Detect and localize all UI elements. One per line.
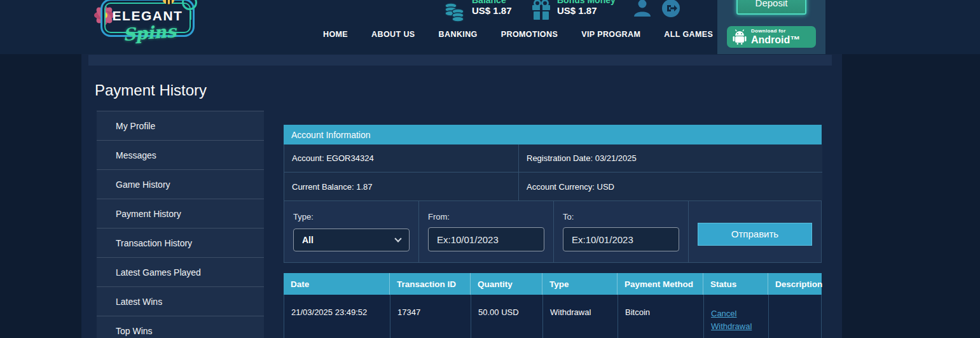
top-header: ELEGANT Spins Balance US$ 1.87 <box>0 0 980 54</box>
to-label: To: <box>563 212 679 222</box>
payment-history-panel: Account Information Account: EGOR34324 R… <box>284 125 822 338</box>
sidebar-item-game-history[interactable]: Game History <box>97 169 264 199</box>
page-title: Payment History <box>95 81 207 99</box>
gift-icon <box>532 0 551 20</box>
col-header-description: Description <box>768 273 822 295</box>
filter-bar: Type: All From: To: Отправить <box>284 201 822 263</box>
sidebar-item-my-profile[interactable]: My Profile <box>97 111 264 140</box>
sidebar-item-latest-wins[interactable]: Latest Wins <box>97 286 264 316</box>
logo-script-text: Spins <box>114 20 185 45</box>
from-label: From: <box>428 212 544 222</box>
chevron-down-icon <box>394 235 401 242</box>
balance-label: Balance <box>472 0 512 5</box>
account-currency-cell: Account Currency: USD <box>519 173 822 201</box>
deposit-button[interactable]: Deposit <box>736 0 806 15</box>
deposit-panel: Deposit Download for Android™ <box>717 0 825 54</box>
account-id-cell: Account: EGOR34324 <box>284 144 519 173</box>
col-header-payment-method: Payment Method <box>618 273 703 295</box>
type-filter-cell: Type: All <box>284 201 419 262</box>
type-label: Type: <box>293 212 410 222</box>
nav-item-about-us[interactable]: ABOUT US <box>371 30 415 39</box>
main-nav: HOME ABOUT US BANKING PROMOTIONS VIP PRO… <box>323 30 713 39</box>
nav-item-banking[interactable]: BANKING <box>439 30 478 39</box>
to-filter-cell: To: <box>554 201 689 262</box>
download-android-button[interactable]: Download for Android™ <box>727 26 816 48</box>
cell-payment-method: Bitcoin <box>618 295 704 338</box>
user-profile-icon[interactable] <box>633 0 652 17</box>
cell-date: 21/03/2025 23:49:52 <box>284 295 390 338</box>
sidebar-item-top-wins[interactable]: Top Wins <box>97 316 264 338</box>
payments-table-header: Date Transaction ID Quantity Type Paymen… <box>284 273 822 295</box>
sidebar-item-transaction-history[interactable]: Transaction History <box>97 228 264 257</box>
type-select-value: All <box>302 235 314 245</box>
nav-item-vip-program[interactable]: VIP PROGRAM <box>581 30 640 39</box>
col-header-type: Type <box>542 273 618 295</box>
balance-widget[interactable]: Balance US$ 1.87 <box>444 0 512 22</box>
account-info-grid: Account: EGOR34324 Registration Date: 03… <box>284 144 822 201</box>
sidebar-item-payment-history[interactable]: Payment History <box>97 199 264 228</box>
cell-type: Withdrawal <box>543 295 618 338</box>
cell-description <box>769 295 822 338</box>
sidebar-item-messages[interactable]: Messages <box>97 140 264 169</box>
cell-transaction-id: 17347 <box>390 295 471 338</box>
col-header-status: Status <box>703 273 768 295</box>
android-button-text: Android™ <box>751 35 800 45</box>
android-robot-icon <box>733 29 747 45</box>
from-filter-cell: From: <box>419 201 554 262</box>
coins-icon <box>444 1 466 22</box>
cancel-withdrawal-link[interactable]: Cancel Withdrawal <box>711 307 763 333</box>
nav-item-home[interactable]: HOME <box>323 30 348 39</box>
cell-status: Cancel Withdrawal <box>704 295 769 338</box>
bonus-value: US$ 1.87 <box>557 5 616 17</box>
bee-icon <box>160 0 177 5</box>
col-header-transaction-id: Transaction ID <box>390 273 471 295</box>
nav-item-promotions[interactable]: PROMOTIONS <box>501 30 558 39</box>
registration-date-cell: Registration Date: 03/21/2025 <box>519 144 822 173</box>
account-sidebar: My Profile Messages Game History Payment… <box>97 111 264 338</box>
bonus-widget[interactable]: Bonus Money US$ 1.87 <box>532 0 616 20</box>
nav-item-all-games[interactable]: ALL GAMES <box>664 30 713 39</box>
submit-button[interactable]: Отправить <box>698 223 812 246</box>
type-select[interactable]: All <box>293 229 410 251</box>
payments-table: Date Transaction ID Quantity Type Paymen… <box>284 273 822 338</box>
logout-icon[interactable] <box>661 0 680 18</box>
balance-value: US$ 1.87 <box>472 5 512 17</box>
to-date-input[interactable] <box>563 227 679 251</box>
col-header-quantity: Quantity <box>471 273 542 295</box>
android-button-subtext: Download for <box>751 29 800 34</box>
submit-filter-cell: Отправить <box>689 201 821 262</box>
from-date-input[interactable] <box>428 227 544 251</box>
current-balance-cell: Current Balance: 1.87 <box>284 173 519 201</box>
account-information-header: Account Information <box>284 125 822 144</box>
col-header-date: Date <box>284 273 390 295</box>
sidebar-item-latest-games-played[interactable]: Latest Games Played <box>97 257 264 286</box>
table-row: 21/03/2025 23:49:52 17347 50.00 USD With… <box>284 295 822 338</box>
breadcrumb-strip <box>88 55 832 66</box>
bonus-label: Bonus Money <box>557 0 616 5</box>
cell-quantity: 50.00 USD <box>471 295 543 338</box>
site-logo[interactable]: ELEGANT Spins <box>94 0 209 54</box>
